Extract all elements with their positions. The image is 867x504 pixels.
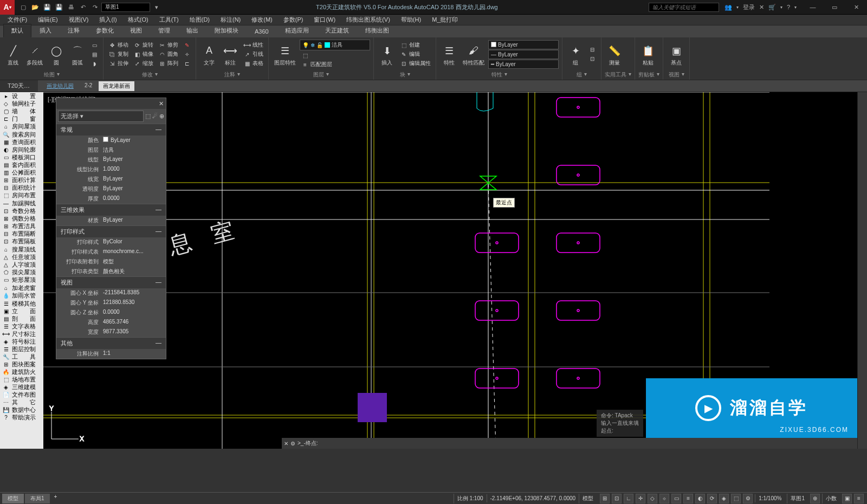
palette-item[interactable]: ▥公摊面积 <box>0 169 43 176</box>
menu-help[interactable]: 帮助(H) <box>397 15 425 25</box>
props-row[interactable]: 厚度0.0000 <box>56 194 166 204</box>
help-search-input[interactable] <box>649 3 719 12</box>
linetype-dropdown[interactable]: ━ByLayer <box>488 60 559 69</box>
sheet-tab-3[interactable]: 画龙港新画 <box>99 81 134 91</box>
palette-item[interactable]: ⟷尺寸标注 <box>0 330 43 338</box>
model-toggle[interactable]: 模型 <box>579 494 597 503</box>
match-props-button[interactable]: 🖌特性匹配 <box>461 42 487 67</box>
ortho-toggle-icon[interactable]: ∟ <box>624 494 633 503</box>
group-edit-button[interactable]: ⊡ <box>587 55 598 63</box>
array-button[interactable]: ⊞阵列 <box>157 59 180 68</box>
table-button[interactable]: ▦表格 <box>242 59 265 68</box>
chevron-down-icon[interactable]: ▾ <box>629 71 631 79</box>
fillet-button[interactable]: ◠圆角 <box>157 50 180 59</box>
rect-button[interactable]: ▭ <box>89 41 100 49</box>
palette-item[interactable]: ☰图层控制 <box>0 345 43 353</box>
units-display[interactable]: 小数 <box>822 494 840 503</box>
ribbon-tab-output[interactable]: 输出 <box>178 24 206 37</box>
save-icon[interactable]: 💾 <box>42 2 53 12</box>
cycling-icon[interactable]: ⟳ <box>707 494 717 503</box>
undo-icon[interactable]: ↶ <box>77 2 88 12</box>
ribbon-tab-view[interactable]: 视图 <box>122 24 150 37</box>
sheet-tab-2[interactable]: 2-2 <box>80 81 96 91</box>
props-row[interactable]: 注释比例1:1 <box>56 349 166 359</box>
cmd-close-icon[interactable]: ✕ <box>284 441 288 447</box>
dyn-input-icon[interactable]: ▭ <box>671 494 681 503</box>
props-section-header[interactable]: 三维效果— <box>56 204 166 216</box>
transparency-icon[interactable]: ◐ <box>695 494 705 503</box>
palette-item[interactable]: ⌂加老虎窗 <box>0 284 43 292</box>
layer-props-button[interactable]: ☰图层特性 <box>272 42 298 67</box>
base-button[interactable]: ▣基点 <box>667 42 686 67</box>
restore-button[interactable]: ▭ <box>824 0 845 15</box>
pickset-icon[interactable]: ⊕ <box>159 113 164 120</box>
exchange-icon[interactable]: ✕ <box>759 4 764 11</box>
palette-item[interactable]: ◇轴网柱子 <box>0 100 43 107</box>
insert-block-button[interactable]: ⬇插入 <box>377 42 397 67</box>
chevron-down-icon[interactable]: ▾ <box>657 71 659 79</box>
palette-item[interactable]: 📄文件布图 <box>0 391 43 398</box>
group-button[interactable]: ✦组 <box>566 42 585 67</box>
minimize-button[interactable]: — <box>802 0 824 15</box>
app-menu-button[interactable]: A▾ <box>0 0 15 15</box>
props-row[interactable]: 颜色ByLayer <box>56 135 166 145</box>
palette-item[interactable]: 🔧工 具 <box>0 353 43 360</box>
match-layer-button[interactable]: ≡匹配图层 <box>300 60 370 69</box>
layer-dropdown[interactable]: 💡❄🔓洁具 <box>300 40 370 50</box>
text-button[interactable]: A文字 <box>199 42 219 67</box>
snap-toggle-icon[interactable]: ⊡ <box>612 494 622 503</box>
paste-button[interactable]: 📋粘贴 <box>638 42 658 67</box>
palette-item[interactable]: ☰文字表格 <box>0 322 43 330</box>
customize-icon[interactable]: ≡ <box>854 494 864 503</box>
palette-item[interactable]: ◈符号标注 <box>0 338 43 345</box>
props-section-header[interactable]: 视图— <box>56 276 166 288</box>
palette-item[interactable]: ⌂搜屋顶线 <box>0 245 43 253</box>
palette-item[interactable]: ⬚房间布置 <box>0 191 43 199</box>
scale-button[interactable]: ⤢缩放 <box>132 59 155 68</box>
model-tab[interactable]: 模型 <box>2 494 24 503</box>
props-row[interactable]: 材质ByLayer <box>56 216 166 225</box>
ungroup-button[interactable]: ⊟ <box>587 46 598 54</box>
chevron-down-icon[interactable]: ▾ <box>407 71 410 79</box>
props-row[interactable]: 打印样式表monochrome.c... <box>56 247 166 257</box>
otrack-toggle-icon[interactable]: ⟐ <box>659 494 669 503</box>
collapse-icon[interactable]: — <box>156 339 161 347</box>
mirror-button[interactable]: ◧镜像 <box>132 50 155 59</box>
erase-button[interactable]: ✎ <box>182 41 192 49</box>
selection-dropdown[interactable]: 无选择 ▾ <box>58 111 144 122</box>
props-row[interactable]: 打印样式ByColor <box>56 237 166 247</box>
chevron-down-icon[interactable]: ▾ <box>237 71 240 79</box>
trim-button[interactable]: ✂修剪 <box>157 41 180 49</box>
palette-item[interactable]: ▭矩形屋顶 <box>0 276 43 283</box>
dim-button[interactable]: ⟷标注 <box>221 42 240 67</box>
palette-item[interactable]: ⌂房间屋顶 <box>0 122 43 130</box>
edit-block-button[interactable]: ✎编辑 <box>398 50 432 59</box>
scale-display[interactable]: 比例 1:100 <box>454 494 487 503</box>
workspace-icon[interactable]: ⚙ <box>743 494 753 503</box>
menu-modify[interactable]: 修改(M) <box>247 15 277 25</box>
props-row[interactable]: 图层洁具 <box>56 145 166 155</box>
props-row[interactable]: 线型ByLayer <box>56 155 166 165</box>
palette-item[interactable]: ▢墙 体 <box>0 107 43 115</box>
palette-item[interactable]: ⊟面积统计 <box>0 184 43 191</box>
chevron-down-icon[interactable]: ▾ <box>57 71 60 79</box>
palette-item[interactable]: △人字坡顶 <box>0 261 43 268</box>
color-dropdown[interactable]: ByLayer <box>488 40 559 49</box>
sheet-tab-1[interactable]: 画龙幼儿园 <box>42 81 78 91</box>
units-icon[interactable]: ⊕ <box>810 494 820 503</box>
qat-more-icon[interactable]: ▾ <box>151 2 162 12</box>
palette-item[interactable]: 🔥建筑防火 <box>0 368 43 376</box>
properties-button[interactable]: ☰特性 <box>439 42 459 67</box>
chevron-down-icon[interactable]: ▾ <box>504 71 507 79</box>
command-line[interactable]: ✕ ⚙ >_-终点: <box>282 438 857 449</box>
layer-tools-button[interactable]: ⬚ <box>300 51 370 60</box>
chevron-down-icon[interactable]: ▾ <box>326 71 329 79</box>
annoscale-display[interactable]: 1:1/100% <box>755 494 785 502</box>
menu-batchprint[interactable]: M_批打印 <box>428 15 462 25</box>
props-section-header[interactable]: 常规— <box>56 124 166 135</box>
move-button[interactable]: ✥移动 <box>107 41 130 49</box>
ribbon-tab-addins[interactable]: 附加模块 <box>206 24 247 37</box>
props-row[interactable]: 圆心 Y 坐标121880.8530 <box>56 298 166 308</box>
palette-item[interactable]: ⋯其 它 <box>0 398 43 406</box>
linear-dim-button[interactable]: ⟷线性 <box>242 41 265 49</box>
